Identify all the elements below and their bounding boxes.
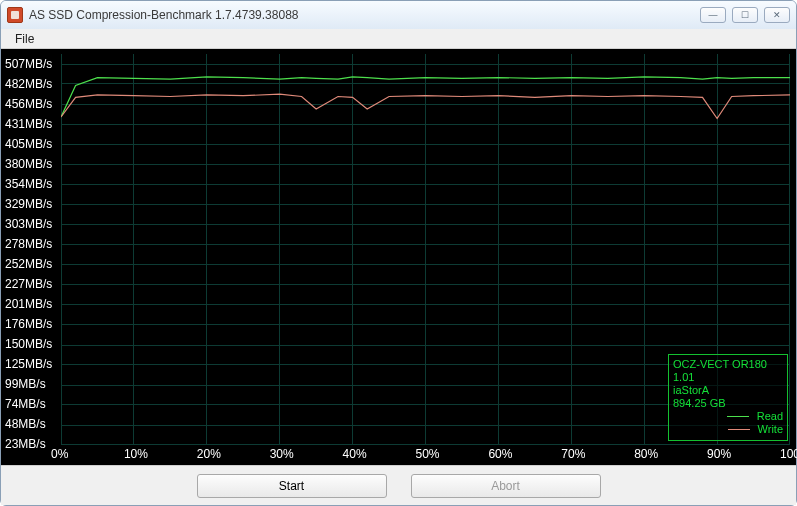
y-tick-label: 227MB/s bbox=[5, 277, 52, 291]
y-tick-label: 405MB/s bbox=[5, 137, 52, 151]
footer: Start Abort bbox=[1, 465, 796, 505]
legend-firmware: 1.01 bbox=[673, 371, 783, 384]
legend-device: OCZ-VECT OR180 bbox=[673, 358, 783, 371]
minimize-button[interactable]: — bbox=[700, 7, 726, 23]
legend-write-label: Write bbox=[758, 423, 783, 436]
start-button[interactable]: Start bbox=[197, 474, 387, 498]
y-tick-label: 278MB/s bbox=[5, 237, 52, 251]
maximize-button[interactable]: ☐ bbox=[732, 7, 758, 23]
y-tick-label: 431MB/s bbox=[5, 117, 52, 131]
y-tick-label: 354MB/s bbox=[5, 177, 52, 191]
window-controls: — ☐ ✕ bbox=[700, 7, 790, 23]
file-menu[interactable]: File bbox=[7, 30, 42, 48]
y-tick-label: 23MB/s bbox=[5, 437, 46, 451]
legend-read-swatch bbox=[727, 416, 749, 417]
x-tick-label: 100% bbox=[780, 447, 797, 461]
y-tick-label: 201MB/s bbox=[5, 297, 52, 311]
window-title: AS SSD Compression-Benchmark 1.7.4739.38… bbox=[29, 8, 700, 22]
close-button[interactable]: ✕ bbox=[764, 7, 790, 23]
abort-button[interactable]: Abort bbox=[411, 474, 601, 498]
y-tick-label: 303MB/s bbox=[5, 217, 52, 231]
x-tick-label: 0% bbox=[51, 447, 68, 461]
legend-write-swatch bbox=[728, 429, 750, 430]
titlebar: AS SSD Compression-Benchmark 1.7.4739.38… bbox=[1, 1, 796, 29]
y-tick-label: 329MB/s bbox=[5, 197, 52, 211]
y-tick-label: 380MB/s bbox=[5, 157, 52, 171]
x-tick-label: 70% bbox=[561, 447, 585, 461]
y-tick-label: 150MB/s bbox=[5, 337, 52, 351]
x-tick-label: 20% bbox=[197, 447, 221, 461]
legend-capacity: 894.25 GB bbox=[673, 397, 783, 410]
y-axis: 507MB/s482MB/s456MB/s431MB/s405MB/s380MB… bbox=[1, 49, 61, 445]
x-tick-label: 80% bbox=[634, 447, 658, 461]
y-tick-label: 252MB/s bbox=[5, 257, 52, 271]
x-tick-label: 60% bbox=[488, 447, 512, 461]
y-tick-label: 456MB/s bbox=[5, 97, 52, 111]
app-window: AS SSD Compression-Benchmark 1.7.4739.38… bbox=[0, 0, 797, 506]
y-tick-label: 482MB/s bbox=[5, 77, 52, 91]
x-tick-label: 30% bbox=[270, 447, 294, 461]
y-tick-label: 74MB/s bbox=[5, 397, 46, 411]
legend-read-row: Read bbox=[673, 410, 783, 423]
y-tick-label: 99MB/s bbox=[5, 377, 46, 391]
x-tick-label: 90% bbox=[707, 447, 731, 461]
legend-write-row: Write bbox=[673, 423, 783, 436]
app-icon bbox=[7, 7, 23, 23]
y-tick-label: 48MB/s bbox=[5, 417, 46, 431]
y-tick-label: 125MB/s bbox=[5, 357, 52, 371]
legend-driver: iaStorA bbox=[673, 384, 783, 397]
menubar: File bbox=[1, 29, 796, 49]
legend-read-label: Read bbox=[757, 410, 783, 423]
x-tick-label: 40% bbox=[343, 447, 367, 461]
y-tick-label: 176MB/s bbox=[5, 317, 52, 331]
legend: OCZ-VECT OR180 1.01 iaStorA 894.25 GB Re… bbox=[668, 354, 788, 441]
y-tick-label: 507MB/s bbox=[5, 57, 52, 71]
chart-area: 507MB/s482MB/s456MB/s431MB/s405MB/s380MB… bbox=[1, 49, 796, 465]
x-axis: 0%10%20%30%40%50%60%70%80%90%100% bbox=[61, 447, 790, 463]
x-tick-label: 50% bbox=[416, 447, 440, 461]
x-tick-label: 10% bbox=[124, 447, 148, 461]
